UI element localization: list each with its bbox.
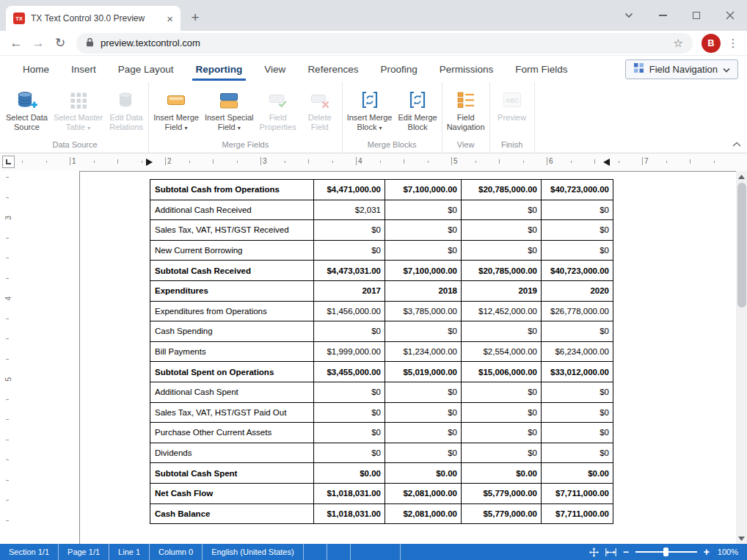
ribbon-button-insert-merge-field[interactable]: Insert MergeField ▾ [150,86,202,132]
ribbon-tab-permissions[interactable]: Permissions [429,56,505,82]
value-cell[interactable]: $0 [314,321,385,342]
scroll-down-icon[interactable] [736,533,747,544]
tab-search-chevron-icon[interactable] [612,0,646,31]
value-cell[interactable]: $12,452,000.00 [462,301,542,321]
forward-icon[interactable]: → [28,36,48,51]
ribbon-tab-view[interactable]: View [253,56,296,82]
row-label-cell[interactable]: Cash Balance [150,503,314,524]
row-label-cell[interactable]: Subtotal Cash Received [150,261,314,281]
value-cell[interactable]: $0 [314,220,385,241]
tab-close-icon[interactable]: × [165,13,175,24]
row-label-cell[interactable]: Cash Spending [150,321,314,342]
value-cell[interactable]: $7,711,000.00 [542,483,613,503]
row-label-cell[interactable]: Subtotal Cash Spent [150,463,314,484]
value-cell[interactable]: $5,779,000.00 [462,483,542,503]
browser-tab[interactable]: TX TX Text Control 30.0 Preview × [6,6,181,31]
status-column-0[interactable]: Column 0 [150,544,203,560]
minimize-button[interactable] [646,0,679,31]
ribbon-tab-form-fields[interactable]: Form Fields [504,56,578,82]
status-line-1[interactable]: Line 1 [109,544,150,560]
value-cell[interactable]: $0.00 [462,463,542,484]
ribbon-button-select-data-source[interactable]: Select DataSource [3,86,51,132]
value-cell[interactable]: $0 [314,423,385,443]
value-cell[interactable]: $0 [385,443,462,463]
value-cell[interactable]: $0 [542,321,613,342]
value-cell[interactable]: $0 [462,382,542,402]
value-cell[interactable]: $0.00 [385,463,462,484]
ribbon-button-edit-merge-block[interactable]: Edit MergeBlock [395,86,440,132]
value-cell[interactable]: $40,723,000.00 [542,261,613,281]
value-cell[interactable]: $1,018,031.00 [314,503,385,524]
value-cell[interactable]: $0 [542,200,613,220]
row-label-cell[interactable]: Additional Cash Received [150,200,314,220]
value-cell[interactable]: $0 [385,402,462,423]
value-cell[interactable]: $2,081,000.00 [385,483,462,503]
value-cell[interactable]: $0 [462,402,542,423]
row-label-cell[interactable]: Sales Tax, VAT, HST/GST Received [150,220,314,241]
value-cell[interactable]: $0 [314,382,385,402]
value-cell[interactable]: $0 [542,240,613,261]
row-label-cell[interactable]: Subtotal Cash from Operations [150,180,314,200]
new-tab-button[interactable]: + [185,7,205,28]
value-cell[interactable]: $1,999,000.00 [314,341,385,362]
field-navigation-dropdown[interactable]: Field Navigation [625,59,738,79]
value-cell[interactable]: $1,018,031.00 [314,483,385,503]
value-cell[interactable]: $0 [385,321,462,342]
value-cell[interactable]: $0 [385,240,462,261]
value-cell[interactable]: $0 [462,220,542,241]
scrollbar-thumb[interactable] [737,183,746,308]
value-cell[interactable]: $0 [462,321,542,342]
value-cell[interactable]: $0 [314,240,385,261]
ribbon-tab-insert[interactable]: Insert [60,56,107,82]
row-label-cell[interactable]: Expenditures [150,280,314,301]
reload-icon[interactable]: ↻ [50,35,70,51]
address-input[interactable]: preview.textcontrol.com ☆ [76,33,693,54]
value-cell[interactable]: $0 [385,423,462,443]
value-cell[interactable]: $0 [542,423,613,443]
value-cell[interactable]: $2,081,000.00 [385,503,462,524]
value-cell[interactable]: $0 [385,220,462,241]
value-cell[interactable]: $20,785,000.00 [462,180,542,200]
value-cell[interactable]: $5,019,000.00 [385,362,462,382]
row-label-cell[interactable]: Sales Tax, VAT, HST/GST Paid Out [150,402,314,423]
maximize-button[interactable] [679,0,713,31]
value-cell[interactable]: $0 [385,382,462,402]
row-label-cell[interactable]: Dividends [150,443,314,463]
value-cell[interactable]: $5,779,000.00 [462,503,542,524]
row-label-cell[interactable]: New Current Borrowing [150,240,314,261]
fit-width-icon[interactable] [605,548,616,556]
ribbon-tab-page-layout[interactable]: Page Layout [107,56,185,82]
value-cell[interactable]: $0 [542,382,613,402]
value-cell[interactable]: $7,100,000.00 [385,261,462,281]
profile-avatar[interactable]: B [702,34,721,53]
ribbon-tab-proofing[interactable]: Proofing [369,56,428,82]
status-page-1-1[interactable]: Page 1/1 [59,544,109,560]
value-cell[interactable]: $15,006,000.00 [462,362,542,382]
close-window-button[interactable] [713,0,747,31]
collapse-ribbon-icon[interactable] [732,137,741,150]
value-cell[interactable]: 2019 [462,280,542,301]
row-label-cell[interactable]: Purchase Other Current Assets [150,423,314,443]
ribbon-button-insert-special-field[interactable]: Insert SpecialField ▾ [202,86,257,132]
value-cell[interactable]: 2018 [385,280,462,301]
value-cell[interactable]: $4,473,031.00 [314,261,385,281]
row-label-cell[interactable]: Expenditures from Operations [150,301,314,321]
value-cell[interactable]: $2,031 [314,200,385,220]
row-label-cell[interactable]: Net Cash Flow [150,483,314,503]
value-cell[interactable]: $0 [542,443,613,463]
value-cell[interactable]: $0 [462,443,542,463]
value-cell[interactable]: $6,234,000.00 [542,341,613,362]
indent-marker-right[interactable] [603,159,610,166]
status-segment-empty[interactable] [327,544,351,560]
ribbon-tab-reporting[interactable]: Reporting [185,56,254,82]
zoom-slider[interactable] [635,551,697,553]
bookmark-star-icon[interactable]: ☆ [674,37,683,50]
zoom-out-button[interactable]: − [623,547,629,557]
value-cell[interactable]: $0 [314,402,385,423]
value-cell[interactable]: $7,100,000.00 [385,180,462,200]
value-cell[interactable]: $4,471,000.00 [314,180,385,200]
value-cell[interactable]: $3,455,000.00 [314,362,385,382]
value-cell[interactable]: $0 [542,220,613,241]
url-text[interactable]: preview.textcontrol.com [101,37,667,48]
value-cell[interactable]: $0 [542,402,613,423]
